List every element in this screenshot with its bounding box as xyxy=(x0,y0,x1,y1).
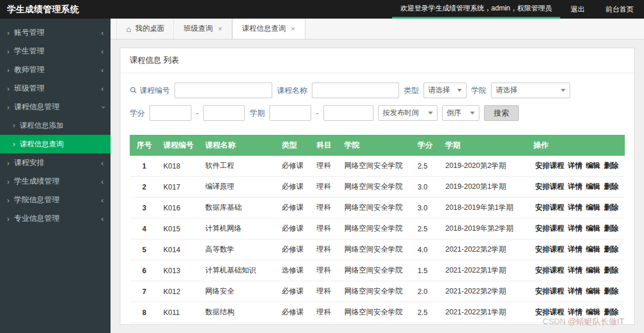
action-link[interactable]: 安排课程 xyxy=(535,203,564,212)
action-link[interactable]: 安排课程 xyxy=(535,287,564,295)
sidebar-subitem[interactable]: ›课程信息添加 xyxy=(0,116,111,135)
action-link[interactable]: 详情 xyxy=(568,182,582,191)
action-link[interactable]: 安排课程 xyxy=(535,266,564,274)
cell-type: 必修课 xyxy=(277,302,312,323)
action-link[interactable]: 安排课程 xyxy=(535,182,564,191)
column-header: 操作 xyxy=(529,135,625,156)
action-link[interactable]: 删除 xyxy=(604,287,618,295)
action-link[interactable]: 删除 xyxy=(604,224,618,232)
cell-term: 2018-2019年第2学期 xyxy=(440,219,529,239)
welcome-text: 欢迎登录学生成绩管理系统，admin，权限管理员 xyxy=(392,0,560,19)
term-min-input[interactable] xyxy=(269,105,311,121)
action-link[interactable]: 安排课程 xyxy=(535,162,564,170)
credit-min-input[interactable] xyxy=(150,105,191,121)
term-max-input[interactable] xyxy=(323,105,373,121)
action-link[interactable]: 编辑 xyxy=(586,308,600,316)
action-link[interactable]: 详情 xyxy=(568,266,582,274)
sidebar-item[interactable]: ›班级管理‹ xyxy=(0,79,111,98)
topbar-right: 欢迎登录学生成绩管理系统，admin，权限管理员 退出 前台首页 xyxy=(392,0,644,19)
action-link[interactable]: 编辑 xyxy=(586,224,600,232)
cell-actions: 安排课程详情编辑删除 xyxy=(529,219,625,239)
sidebar-item[interactable]: ›专业信息管理‹ xyxy=(0,209,111,228)
column-header: 课程编号 xyxy=(159,135,201,156)
cell-type: 必修课 xyxy=(277,156,312,177)
action-link[interactable]: 编辑 xyxy=(586,182,600,191)
close-icon[interactable]: × xyxy=(218,24,222,33)
table-row: 3K016数据库基础必修课理科网络空间安全学院3.02018-2019年第1学期… xyxy=(130,198,625,219)
action-link[interactable]: 安排课程 xyxy=(535,245,564,253)
action-link[interactable]: 编辑 xyxy=(586,203,600,212)
action-link[interactable]: 详情 xyxy=(568,287,582,295)
course-name-input[interactable] xyxy=(312,83,399,98)
logout-link[interactable]: 退出 xyxy=(560,0,595,19)
cell-credit: 1.5 xyxy=(413,260,441,281)
cell-actions: 安排课程详情编辑删除 xyxy=(529,281,625,302)
cell-credit: 4.0 xyxy=(413,239,441,260)
sidebar-item[interactable]: ›课程信息管理‹ xyxy=(0,98,111,116)
sidebar-item[interactable]: ›教师管理‹ xyxy=(0,60,111,79)
sidebar-item[interactable]: ›课程安排‹ xyxy=(0,153,111,172)
sort-field-select[interactable]: 按发布时间 xyxy=(378,105,437,121)
cell-actions: 安排课程详情编辑删除 xyxy=(529,302,625,323)
cell-no: K014 xyxy=(159,239,201,260)
sidebar-subitem-label: 课程信息查询 xyxy=(20,139,63,149)
sidebar-item[interactable]: ›学生管理‹ xyxy=(0,42,111,60)
action-link[interactable]: 详情 xyxy=(568,245,582,253)
angle-right-icon: › xyxy=(13,121,15,130)
cell-name: 网络安全 xyxy=(201,281,277,302)
sidebar-item[interactable]: ›学院信息管理‹ xyxy=(0,191,111,209)
column-header: 课程名称 xyxy=(201,135,277,156)
action-link[interactable]: 详情 xyxy=(568,308,582,316)
cell-subject: 理科 xyxy=(312,156,340,177)
action-link[interactable]: 安排课程 xyxy=(535,308,564,316)
college-select[interactable]: 请选择 xyxy=(491,83,570,98)
cell-idx: 2 xyxy=(130,177,159,198)
action-link[interactable]: 编辑 xyxy=(586,245,600,253)
course-no-label: 课程编号 xyxy=(130,85,170,96)
cell-credit: 2.5 xyxy=(413,219,441,239)
cell-college: 网络空间安全学院 xyxy=(340,239,413,260)
tab-我的桌面[interactable]: ⌂我的桌面 xyxy=(116,19,174,39)
sidebar-subitem[interactable]: ›课程信息查询 xyxy=(0,135,111,153)
action-link[interactable]: 删除 xyxy=(604,162,618,170)
table-row: 9K010网络安全基础知识选修课理科网络空间安全学院1.52020-2021第2… xyxy=(130,323,625,325)
cell-idx: 8 xyxy=(130,302,159,323)
tab-班级查询[interactable]: 班级查询× xyxy=(174,19,232,39)
action-link[interactable]: 删除 xyxy=(604,182,618,191)
action-link[interactable]: 编辑 xyxy=(586,266,600,274)
action-link[interactable]: 编辑 xyxy=(586,287,600,295)
cell-name: 网络安全基础知识 xyxy=(201,323,277,325)
course-no-input[interactable] xyxy=(175,83,272,98)
action-link[interactable]: 安排课程 xyxy=(535,224,564,232)
action-link[interactable]: 删除 xyxy=(604,203,618,212)
action-link[interactable]: 详情 xyxy=(568,224,582,232)
sidebar-item[interactable]: ›学生成绩管理‹ xyxy=(0,172,111,191)
close-icon[interactable]: × xyxy=(291,24,296,33)
angle-right-icon: › xyxy=(7,66,9,74)
cell-name: 数据结构 xyxy=(201,302,277,323)
type-select[interactable]: 请选择 xyxy=(424,83,467,98)
chevron-down-icon: ‹ xyxy=(98,106,106,108)
search-button[interactable]: 搜索 xyxy=(484,105,519,121)
tab-课程信息查询[interactable]: 课程信息查询× xyxy=(232,19,305,39)
tab-label: 课程信息查询 xyxy=(242,24,286,34)
cell-idx: 1 xyxy=(130,156,159,177)
tab-bar: ⌂我的桌面班级查询×课程信息查询× xyxy=(111,19,644,40)
sidebar-item-label: 教师管理 xyxy=(14,65,101,75)
front-home-link[interactable]: 前台首页 xyxy=(595,0,644,19)
sort-order-select[interactable]: 倒序 xyxy=(442,105,479,121)
action-link[interactable]: 详情 xyxy=(568,162,582,170)
cell-term: 2020-2021第2学期 xyxy=(440,323,529,325)
credit-max-input[interactable] xyxy=(203,105,245,121)
chevron-left-icon: ‹ xyxy=(101,159,104,167)
action-link[interactable]: 详情 xyxy=(568,203,582,212)
table-row: 4K015计算机网络必修课理科网络空间安全学院2.52018-2019年第2学期… xyxy=(130,219,625,239)
table-row: 2K017编译原理必修课理科网络空间安全学院3.02019-2020第1学期安排… xyxy=(130,177,625,198)
action-link[interactable]: 删除 xyxy=(604,266,618,274)
cell-credit: 2.5 xyxy=(413,302,441,323)
cell-type: 选修课 xyxy=(277,260,312,281)
action-link[interactable]: 删除 xyxy=(604,308,618,316)
sidebar-item[interactable]: ›账号管理‹ xyxy=(0,23,111,42)
action-link[interactable]: 删除 xyxy=(604,245,618,253)
action-link[interactable]: 编辑 xyxy=(586,162,600,170)
